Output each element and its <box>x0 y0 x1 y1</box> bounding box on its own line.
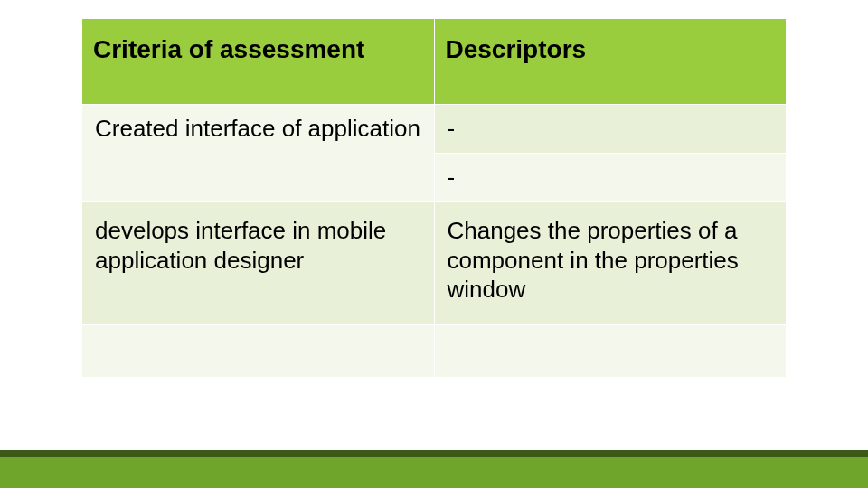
table-header-row: Criteria of assessment Descriptors <box>82 19 787 105</box>
table-row: develops interface in mobile application… <box>82 202 787 325</box>
descriptor-cell: Changes the properties of a component in… <box>434 202 787 325</box>
descriptor-cell: - <box>434 153 787 202</box>
header-descriptors: Descriptors <box>434 19 787 105</box>
table-row: Created interface of application - <box>82 105 787 154</box>
slide: Criteria of assessment Descriptors Creat… <box>0 0 868 488</box>
descriptor-cell <box>434 324 787 377</box>
header-criteria: Criteria of assessment <box>82 19 435 105</box>
criteria-cell <box>82 324 435 377</box>
criteria-cell: Created interface of application <box>82 105 435 202</box>
table-row <box>82 324 787 377</box>
footer-bar <box>0 450 868 488</box>
assessment-table: Criteria of assessment Descriptors Creat… <box>81 18 787 378</box>
descriptor-cell: - <box>434 105 787 154</box>
criteria-cell: develops interface in mobile application… <box>82 202 435 325</box>
